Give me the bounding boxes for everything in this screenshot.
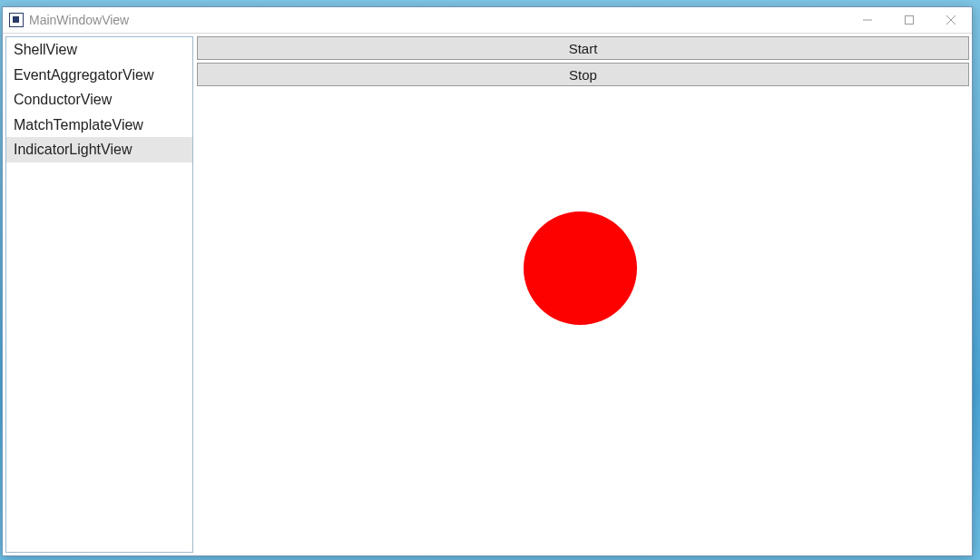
main-content: Start Stop <box>197 36 969 553</box>
window-controls <box>847 7 972 33</box>
sidebar-item-label: ShellView <box>14 42 77 57</box>
stop-button[interactable]: Stop <box>197 63 969 86</box>
close-button[interactable] <box>930 7 972 33</box>
maximize-button[interactable] <box>888 7 930 33</box>
start-button[interactable]: Start <box>197 36 969 60</box>
sidebar-item-label: EventAggregatorView <box>14 67 153 83</box>
sidebar-item-label: ConductorView <box>14 92 112 107</box>
sidebar-item-label: MatchTemplateView <box>14 117 143 133</box>
sidebar-item-indicatorlightview[interactable]: IndicatorLightView <box>6 137 192 162</box>
canvas-area <box>197 86 969 553</box>
sidebar-item-conductorview[interactable]: ConductorView <box>6 87 192 113</box>
app-window: MainWindowView ShellView EventAggregator… <box>2 6 973 556</box>
titlebar[interactable]: MainWindowView <box>3 7 972 34</box>
minimize-button[interactable] <box>847 7 888 33</box>
app-icon <box>9 13 24 27</box>
minimize-icon <box>863 15 872 25</box>
maximize-icon <box>905 15 914 25</box>
sidebar: ShellView EventAggregatorView ConductorV… <box>5 36 193 553</box>
sidebar-item-label: IndicatorLightView <box>14 142 132 157</box>
svg-rect-1 <box>906 16 914 25</box>
sidebar-item-eventaggregatorview[interactable]: EventAggregatorView <box>6 63 192 88</box>
sidebar-item-shellview[interactable]: ShellView <box>6 37 192 63</box>
window-title: MainWindowView <box>29 13 129 27</box>
client-area: ShellView EventAggregatorView ConductorV… <box>3 34 972 555</box>
sidebar-item-matchtemplateview[interactable]: MatchTemplateView <box>6 113 192 138</box>
close-icon <box>946 15 956 25</box>
indicator-light <box>524 211 637 325</box>
